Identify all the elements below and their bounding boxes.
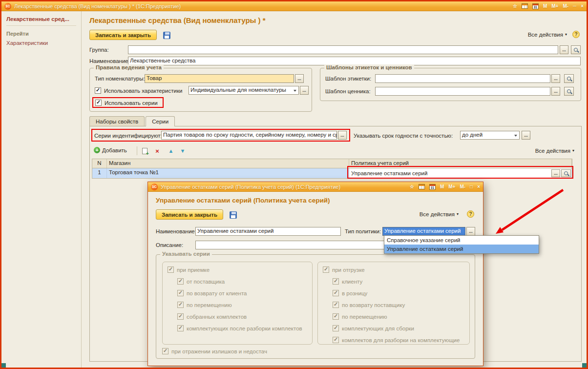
save-close-button[interactable]: Записать и закрыть xyxy=(89,30,157,40)
combo-arrow-icon xyxy=(294,90,296,92)
table-row[interactable]: 1 Торговая точка №1 Управление остатками… xyxy=(92,168,572,178)
shipment-item-row: клиенту xyxy=(333,278,362,285)
shipment-item-row: комплектующих для сборки xyxy=(333,325,414,332)
tab-property-sets[interactable]: Наборы свойств xyxy=(89,116,145,126)
down-arrow-icon: ▼ xyxy=(180,148,186,154)
modal-name-input[interactable]: Управление остатками серий xyxy=(195,227,341,236)
column-store[interactable]: Магазин xyxy=(107,159,349,168)
close-button[interactable]: × xyxy=(581,4,584,9)
delete-button[interactable]: × xyxy=(152,146,162,156)
magnifier-icon xyxy=(567,77,571,81)
maximize-button[interactable]: □ xyxy=(470,184,473,189)
group-label: Группа: xyxy=(89,47,109,53)
sidebar-item-characteristics[interactable]: Характеристики xyxy=(6,40,48,46)
group-ellipsis-button[interactable]: ... xyxy=(560,45,568,54)
price-template-search-button[interactable] xyxy=(564,87,574,96)
modal-window-title: Управление остатками серий (Политика уче… xyxy=(161,184,407,190)
combo-arrow-icon xyxy=(514,135,517,137)
checkbox xyxy=(177,313,184,320)
resize-grip-right[interactable] xyxy=(582,363,587,368)
cell-policy[interactable]: Управление остатками серий ... xyxy=(349,168,572,178)
price-template-ellipsis-button[interactable]: ... xyxy=(551,87,560,96)
series-identify-ellipsis-button[interactable]: ... xyxy=(338,131,347,140)
modal-help-button[interactable]: ? xyxy=(467,210,474,218)
use-series-row: Использовать серии xyxy=(95,99,158,106)
policy-type-ellipsis-button[interactable]: ... xyxy=(466,227,475,236)
memory-mplus-button[interactable]: М+ xyxy=(448,184,455,189)
shipment-item-label: по перемещению xyxy=(342,314,387,320)
nomenclature-type-input[interactable]: Товар xyxy=(145,74,294,83)
move-up-button[interactable]: ▲ xyxy=(166,146,176,156)
plus-icon: + xyxy=(94,147,100,153)
surplus-checkbox xyxy=(162,348,168,354)
modal-save-button[interactable] xyxy=(228,210,238,220)
group-input[interactable] xyxy=(128,45,558,54)
characteristics-ellipsis-button[interactable]: ... xyxy=(300,86,309,95)
sidebar: Лекарственные сред... Перейти Характерис… xyxy=(1,11,82,368)
calendar-icon[interactable]: 31 xyxy=(429,184,436,190)
nomenclature-type-label: Тип номенклатуры: xyxy=(95,76,145,82)
app-window: 1С Лекарственные средства (Вид номенклат… xyxy=(0,0,588,369)
resize-grip-left[interactable] xyxy=(1,363,6,368)
service-menu-icon[interactable] xyxy=(522,3,528,9)
type-ellipsis-button[interactable]: ... xyxy=(295,74,304,83)
all-actions-label: Все действия xyxy=(528,32,563,38)
policy-search-button[interactable] xyxy=(561,169,571,177)
specify-series-fieldset: Указывать серии при приемке от поставщик… xyxy=(156,254,475,359)
favorites-star-icon[interactable]: ☆ xyxy=(513,4,517,9)
memory-mminus-button[interactable]: М- xyxy=(460,184,465,189)
all-actions-button[interactable]: Все действия▾ xyxy=(528,32,567,38)
expiration-ellipsis-button[interactable]: ... xyxy=(522,131,530,140)
favorites-star-icon[interactable]: ☆ xyxy=(410,184,414,189)
expiration-combo[interactable]: до дней xyxy=(460,131,520,140)
memory-mminus-button[interactable]: М- xyxy=(563,4,568,9)
add-button[interactable]: +Добавить xyxy=(94,147,127,153)
checkbox xyxy=(333,325,339,331)
column-policy[interactable]: Политика учета серий xyxy=(349,159,572,168)
window-title: Лекарственные средства (Вид номенклатуры… xyxy=(14,3,510,9)
modal-all-actions-button[interactable]: Все действия▾ xyxy=(420,211,459,217)
label-template-input[interactable] xyxy=(375,74,550,83)
copy-button[interactable] xyxy=(140,146,149,156)
receipt-checkbox xyxy=(168,266,174,273)
modal-save-close-button[interactable]: Записать и закрыть xyxy=(156,209,223,220)
memory-m-button[interactable]: М xyxy=(440,184,444,189)
1c-logo-icon[interactable]: 1С xyxy=(4,3,11,10)
shipment-item-label: в розницу xyxy=(342,290,367,296)
description-input[interactable] xyxy=(195,241,387,249)
tab-series[interactable]: Серии xyxy=(146,116,175,126)
modal-titlebar: 1С Управление остатками серий (Политика … xyxy=(148,182,483,192)
price-template-input[interactable] xyxy=(375,87,550,96)
checkbox xyxy=(177,290,184,296)
shipment-item-label: комплектов для разборки на комплектующие xyxy=(342,337,460,343)
dropdown-option-selected[interactable]: Управление остатками серий xyxy=(384,245,539,253)
memory-mplus-button[interactable]: М+ xyxy=(551,4,558,9)
series-identify-input[interactable]: Партия товаров по сроку годности, серийн… xyxy=(161,131,337,140)
modal-name-label: Наименование: xyxy=(156,228,196,234)
close-button[interactable]: × xyxy=(477,184,480,189)
help-button[interactable]: ? xyxy=(572,31,580,38)
label-template-search-button[interactable] xyxy=(564,74,574,83)
label-template-ellipsis-button[interactable]: ... xyxy=(551,74,560,83)
1c-logo-icon[interactable]: 1С xyxy=(151,184,158,190)
group-search-button[interactable] xyxy=(571,45,581,54)
column-n[interactable]: N xyxy=(92,159,107,168)
move-down-button[interactable]: ▼ xyxy=(178,146,188,156)
list-all-actions-button[interactable]: Все действия▾ xyxy=(535,148,574,154)
characteristics-mode-combo[interactable]: Индивидуальные для номенклатуры xyxy=(189,86,299,95)
titlebar-buttons: ☆ 31 М М+ М- ─ × xyxy=(513,3,584,9)
policy-type-combo[interactable]: Управление остатками серий xyxy=(382,227,465,236)
memory-m-button[interactable]: М xyxy=(543,4,547,9)
minimize-button[interactable]: ─ xyxy=(573,4,576,9)
templates-fieldset: Шаблоны этикеток и ценников Шаблон этике… xyxy=(320,68,581,101)
save-button[interactable] xyxy=(162,30,171,40)
receipt-item-row: по возврату от клиента xyxy=(177,289,247,297)
calendar-icon[interactable]: 31 xyxy=(532,3,539,9)
receipt-item-label: собранных комплектов xyxy=(187,314,247,320)
use-series-checkbox[interactable] xyxy=(95,100,102,106)
use-characteristics-checkbox[interactable] xyxy=(95,87,101,94)
checkbox xyxy=(333,337,339,343)
dropdown-option[interactable]: Справочное указание серий xyxy=(384,236,539,245)
service-menu-icon[interactable] xyxy=(419,184,425,189)
policy-ellipsis-button[interactable]: ... xyxy=(551,169,560,177)
